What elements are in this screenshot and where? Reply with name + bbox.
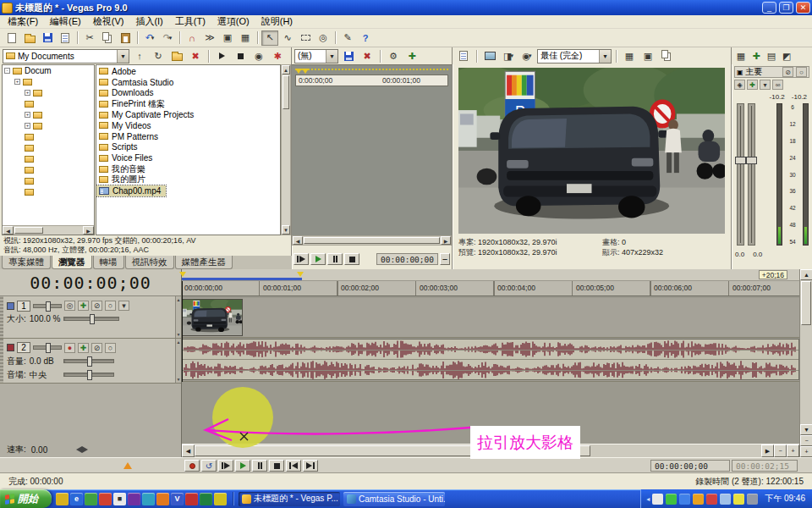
trimmer-history-combo[interactable]: (無) ▼ (294, 49, 338, 64)
start-button[interactable]: 開始 (0, 489, 52, 508)
scroll-left-icon[interactable]: ◀ (3, 226, 14, 235)
bus-fx-icon[interactable]: ✚ (747, 80, 758, 90)
menu-view[interactable]: 檢視(V) (87, 14, 130, 29)
meter-options-icon[interactable]: ▾ (760, 80, 771, 90)
scrollbar-thumb[interactable] (304, 237, 440, 244)
paste-icon[interactable] (117, 30, 134, 46)
trimmer-time-minus-button[interactable]: − (440, 253, 450, 265)
close-button[interactable]: ✕ (796, 2, 810, 14)
downmix-icon[interactable]: ◩ (780, 48, 793, 64)
insert-bus-icon[interactable]: ▦ (734, 48, 748, 64)
redo-icon[interactable]: ↷▾ (159, 30, 176, 46)
scrollbar-thumb[interactable] (14, 227, 43, 234)
video-track-lane[interactable] (182, 298, 799, 338)
video-event-thumbnail[interactable] (182, 299, 243, 336)
tray-chevron-icon[interactable]: ◂ (646, 495, 650, 503)
cut-icon[interactable]: ✂ (81, 30, 98, 46)
list-item[interactable]: Voice Files (96, 152, 280, 163)
save-marker-icon[interactable] (340, 48, 357, 64)
timeline-vertical-scrollbar[interactable]: ▲ ▼ − + (799, 269, 812, 457)
scroll-up-icon[interactable]: ▲ (282, 65, 290, 75)
quicklaunch-icon-6[interactable] (128, 493, 140, 505)
lock-envelopes-icon[interactable]: ▣ (219, 30, 236, 46)
quicklaunch-icon-2[interactable]: e (70, 493, 83, 505)
auto-ripple-icon[interactable]: ≫ (201, 30, 218, 46)
quicklaunch-icon-4[interactable] (99, 493, 112, 505)
automation-icon[interactable]: ▾ (118, 301, 129, 311)
record-button[interactable] (184, 460, 200, 472)
slider-thumb[interactable] (46, 301, 51, 312)
slider-thumb[interactable] (90, 314, 95, 324)
track-number[interactable]: 1 (17, 301, 30, 312)
bus-mute-icon[interactable]: ⊘ (782, 67, 793, 77)
mute-icon[interactable]: ⊘ (91, 343, 102, 353)
script-icon[interactable]: ✎ (339, 30, 356, 46)
link-channels-icon[interactable]: ∞ (772, 80, 783, 90)
play-from-start-button[interactable] (218, 460, 233, 472)
tree-expand-icon[interactable]: + (25, 112, 30, 118)
trimmer-workspace[interactable]: 0:00:00;00 00:00:01;00 (292, 64, 452, 235)
go-to-start-button[interactable] (286, 460, 301, 472)
timeline-horizontal-scrollbar[interactable]: ◀ ▶ − + (182, 444, 799, 457)
zoom-out-track-button[interactable]: − (800, 435, 812, 446)
cursor-position-box[interactable]: 00:00:00;00 (650, 460, 730, 472)
list-item[interactable]: My Captivate Projects (96, 109, 280, 120)
scroll-left-icon[interactable]: ◀ (293, 236, 303, 245)
tray-icon-1[interactable] (652, 494, 663, 505)
grab-frame-icon[interactable]: ▣ (639, 48, 656, 64)
trimmer-play-button[interactable] (310, 253, 326, 265)
bus-solo-icon[interactable]: ○ (796, 67, 807, 77)
quicklaunch-icon-8[interactable] (156, 493, 169, 505)
trimmer-marker-icon[interactable] (295, 69, 302, 74)
track-resize-strip[interactable]: ▲▼ (175, 296, 181, 338)
quicklaunch-icon-9[interactable]: V (171, 493, 184, 505)
track-resize-strip[interactable]: ▲▼ (175, 339, 181, 383)
chevron-down-icon[interactable]: ▼ (117, 50, 129, 63)
rate-slider[interactable] (76, 446, 88, 453)
quicklaunch-icon-3[interactable] (85, 493, 97, 505)
list-item[interactable]: Downloads (96, 88, 280, 99)
list-item[interactable]: PM Patterns (96, 131, 280, 142)
list-item[interactable]: Adobe (96, 66, 280, 77)
tray-icon-4[interactable] (693, 494, 704, 505)
up-one-level-icon[interactable]: ↑ (131, 48, 148, 64)
timeline-cursor[interactable] (182, 281, 183, 382)
new-project-icon[interactable] (3, 30, 20, 46)
slider-thumb[interactable] (87, 356, 92, 367)
tree-collapse-icon[interactable]: - (4, 68, 10, 74)
audio-event[interactable] (182, 339, 799, 380)
solo-icon[interactable]: ○ (105, 301, 116, 311)
trimmer-horizontal-scrollbar[interactable]: ◀ ▶ (292, 235, 452, 246)
slider-thumb[interactable] (87, 370, 92, 380)
quicklaunch-icon-5[interactable]: ■ (113, 493, 126, 505)
track-number[interactable]: 2 (17, 342, 30, 353)
zoom-in-time-button[interactable]: + (787, 444, 799, 457)
play-button[interactable] (235, 460, 250, 472)
tab-media-generators[interactable]: 媒體產生器 (175, 256, 233, 269)
folder-tree[interactable]: -Docum + + + + ◀ ▶ (2, 64, 95, 235)
auto-preview-icon[interactable]: ◉ (250, 48, 267, 64)
taskbar-task-camtasia[interactable]: Camtasia Studio - Unti... (343, 492, 445, 506)
fader-handle[interactable] (746, 157, 757, 164)
quicklaunch-icon-11[interactable] (200, 493, 212, 505)
cursor-head-icon[interactable] (179, 272, 186, 277)
tray-icon-2[interactable] (666, 494, 677, 505)
address-combo[interactable]: My Documents ▼ (3, 49, 129, 64)
scroll-up-icon[interactable]: ▲ (800, 269, 812, 280)
scrollbar-thumb[interactable] (283, 75, 289, 109)
copy-icon[interactable] (99, 30, 116, 46)
new-folder-icon[interactable] (168, 48, 185, 64)
copy-frame-icon[interactable] (658, 48, 675, 64)
track-fade-slider[interactable] (33, 345, 62, 350)
tab-video-fx[interactable]: 視訊特效 (125, 256, 174, 269)
envelope-edit-tool-icon[interactable]: ∿ (279, 30, 296, 46)
tray-icon-6[interactable] (720, 494, 731, 505)
trimmer-pause-button[interactable] (327, 253, 343, 265)
master-fader-right[interactable] (748, 103, 755, 246)
scroll-left-icon[interactable]: ◀ (182, 444, 195, 457)
menu-insert[interactable]: 插入(I) (129, 14, 168, 29)
preview-mode-icon[interactable]: ◉▾ (518, 48, 535, 64)
list-item[interactable]: FinePrint 檔案 (96, 98, 280, 109)
tab-project-media[interactable]: 專案媒體 (2, 256, 51, 269)
scrollbar-thumb[interactable] (801, 281, 811, 325)
